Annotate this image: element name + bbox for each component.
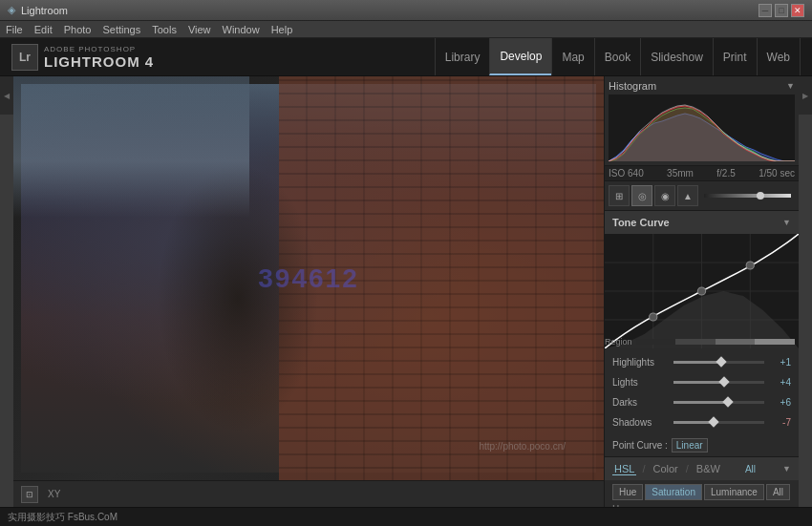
shadows-thumb — [708, 416, 718, 427]
menu-bar: File Edit Photo Settings Tools View Wind… — [0, 21, 812, 38]
darks-value: +6 — [768, 397, 791, 408]
histogram-svg — [609, 95, 795, 161]
highlights-label: Highlights — [612, 357, 670, 368]
hsl-sep2: / — [686, 463, 689, 475]
exposure-slider[interactable] — [704, 194, 791, 198]
lights-thumb — [719, 376, 730, 387]
app-icon: ◈ — [8, 4, 15, 16]
logo-subtitle: ADOBE PHOTOSHOP — [44, 45, 154, 53]
highlights-thumb — [716, 356, 726, 367]
hsl-tab-color[interactable]: Color — [651, 463, 679, 475]
histogram-collapse-icon[interactable]: ▼ — [786, 81, 795, 91]
shadows-row: Shadows -7 — [612, 412, 791, 431]
hsl-all-label[interactable]: All — [745, 464, 756, 474]
camera-info: ISO 640 35mm f/2.5 1/50 sec — [605, 166, 799, 181]
menu-file[interactable]: File — [6, 24, 23, 35]
top-bar: Lr ADOBE PHOTOSHOP LIGHTROOM 4 Library D… — [0, 38, 812, 76]
lights-value: +4 — [768, 377, 791, 388]
sky-area — [13, 76, 249, 218]
darks-thumb — [723, 396, 734, 407]
highlights-row: Highlights +1 — [612, 352, 791, 371]
tone-curve-canvas[interactable]: Region — [605, 234, 799, 348]
right-panel-toggle[interactable]: ▶ — [799, 76, 812, 115]
hsl-sep1: / — [642, 463, 645, 475]
lights-row: Lights +4 — [612, 372, 791, 391]
menu-photo[interactable]: Photo — [64, 24, 92, 35]
hsl-tab-bw[interactable]: B&W — [694, 463, 722, 475]
photo-canvas[interactable]: 394612 http://photo.poco.cn/ — [13, 76, 604, 480]
logo-text: ADOBE PHOTOSHOP LIGHTROOM 4 — [44, 45, 154, 70]
hsl-btn-saturation[interactable]: Saturation — [645, 484, 702, 500]
tool-icons-row: ⊞ ◎ ◉ ▲ — [605, 181, 799, 211]
region-label: Region — [605, 337, 632, 347]
close-button[interactable]: ✕ — [791, 4, 804, 17]
highlights-value: +1 — [768, 357, 791, 368]
left-panel-toggle[interactable]: ◀ — [0, 76, 13, 115]
tab-map[interactable]: Map — [551, 38, 593, 75]
histogram-canvas — [609, 95, 795, 161]
logo-title: LIGHTROOM 4 — [44, 53, 154, 70]
menu-window[interactable]: Window — [223, 24, 260, 35]
hue-section-label: Hue — [612, 504, 791, 507]
svg-point-8 — [650, 313, 657, 321]
right-panel: Histogram ▼ — [604, 76, 799, 507]
tab-slideshow[interactable]: Slideshow — [640, 38, 713, 75]
point-curve-dropdown[interactable]: Linear — [672, 438, 708, 452]
shadows-track[interactable] — [673, 421, 764, 424]
brush-icon[interactable]: ▲ — [677, 185, 698, 206]
hsl-section: HSL / Color / B&W All ▼ Hue Saturation L… — [605, 457, 799, 507]
lr-badge: Lr — [11, 44, 38, 71]
menu-help[interactable]: Help — [271, 24, 293, 35]
shadows-value: -7 — [768, 417, 791, 428]
aperture-value: f/2.5 — [716, 168, 735, 179]
lights-label: Lights — [612, 377, 670, 388]
hsl-btn-hue[interactable]: Hue — [612, 484, 643, 500]
maximize-button[interactable]: □ — [775, 4, 788, 17]
main-area: ◀ 394612 http://photo.poco.cn/ ⊡ XY — [0, 76, 812, 507]
hsl-collapse-icon[interactable]: ▼ — [782, 464, 791, 473]
xy-label: XY — [48, 489, 60, 499]
hsl-header[interactable]: HSL / Color / B&W All ▼ — [605, 457, 799, 480]
histogram-section: Histogram ▼ — [605, 76, 799, 166]
menu-settings[interactable]: Settings — [102, 24, 140, 35]
point-curve-row: Point Curve : Linear — [605, 436, 799, 456]
heal-icon[interactable]: ◎ — [631, 185, 652, 206]
redeye-icon[interactable]: ◉ — [654, 185, 675, 206]
hsl-tabs: HSL / Color / B&W — [612, 463, 722, 475]
tab-develop[interactable]: Develop — [489, 38, 551, 75]
tone-curve-svg — [605, 234, 799, 348]
hsl-btn-all[interactable]: All — [766, 484, 790, 500]
hsl-content: Hue Saturation Luminance All Hue Red 0 — [605, 480, 799, 507]
tab-book[interactable]: Book — [594, 38, 640, 75]
histogram-header: Histogram ▼ — [609, 80, 795, 92]
logo-area: Lr ADOBE PHOTOSHOP LIGHTROOM 4 — [11, 44, 154, 71]
hsl-tab-hsl[interactable]: HSL — [612, 463, 636, 475]
crop-tool[interactable]: ⊡ — [21, 486, 38, 503]
hsl-btn-luminance[interactable]: Luminance — [704, 484, 764, 500]
tc-sliders: Highlights +1 Lights +4 Dark — [605, 348, 799, 436]
tab-library[interactable]: Library — [435, 38, 490, 75]
menu-view[interactable]: View — [188, 24, 211, 35]
nav-tabs: Library Develop Map Book Slideshow Print… — [435, 38, 801, 75]
iso-value: ISO 640 — [609, 168, 644, 179]
darks-label: Darks — [612, 397, 670, 408]
tone-curve-header[interactable]: Tone Curve ▼ — [605, 211, 799, 234]
exposure-slider-thumb — [757, 192, 764, 200]
highlights-fill — [673, 361, 720, 364]
crop-icon[interactable]: ⊞ — [609, 185, 630, 206]
lights-track[interactable] — [673, 381, 764, 384]
minimize-button[interactable]: ─ — [759, 4, 772, 17]
tone-curve-collapse-icon[interactable]: ▼ — [782, 218, 791, 227]
menu-edit[interactable]: Edit — [34, 24, 53, 35]
photo-background: 394612 http://photo.poco.cn/ — [13, 76, 604, 480]
tone-curve-title: Tone Curve — [612, 217, 670, 228]
menu-tools[interactable]: Tools — [152, 24, 177, 35]
tab-web[interactable]: Web — [757, 38, 801, 75]
photo-area: 394612 http://photo.poco.cn/ ⊡ XY — [13, 76, 604, 507]
darks-track[interactable] — [673, 401, 764, 404]
tab-print[interactable]: Print — [713, 38, 757, 75]
shadows-label: Shadows — [612, 417, 670, 428]
highlights-track[interactable] — [673, 361, 764, 364]
status-text: 实用摄影技巧 FsBus.CoM — [8, 511, 118, 524]
window-controls[interactable]: ─ □ ✕ — [759, 4, 804, 17]
